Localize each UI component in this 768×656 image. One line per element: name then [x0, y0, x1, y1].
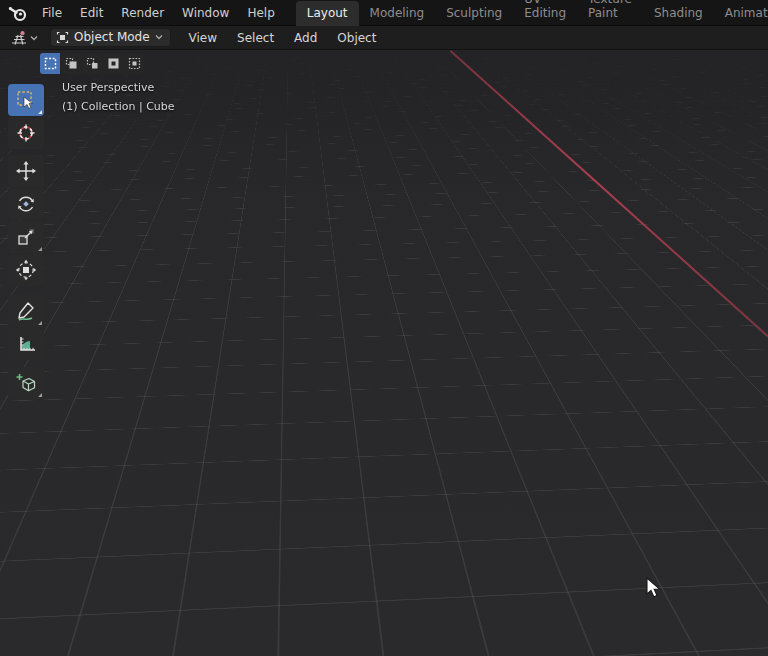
- tab-shading[interactable]: Shading: [643, 1, 714, 26]
- tab-uv-editing[interactable]: UV Editing: [513, 0, 577, 26]
- top-menu-bar: File Edit Render Window Help Layout Mode…: [0, 0, 768, 26]
- object-mode-icon: [56, 31, 69, 44]
- menu-view[interactable]: View: [179, 27, 227, 49]
- subtool-indicator: [38, 247, 42, 251]
- mode-dropdown[interactable]: Object Mode: [50, 28, 171, 47]
- viewport-header: Object Mode View Select Add Object: [0, 26, 768, 50]
- blender-window: File Edit Render Window Help Layout Mode…: [0, 0, 768, 656]
- scale-icon: [15, 226, 37, 248]
- select-mode-extend-button[interactable]: [61, 53, 81, 74]
- viewport-editor-icon: [10, 30, 28, 46]
- move-icon: [15, 160, 37, 182]
- select-mode-invert-button[interactable]: [103, 53, 123, 74]
- tab-sculpting[interactable]: Sculpting: [435, 1, 513, 26]
- view-name-label: User Perspective: [62, 78, 175, 97]
- add-cube-icon: [15, 372, 37, 394]
- mouse-cursor: [646, 577, 662, 599]
- chevron-down-icon: [155, 34, 163, 40]
- workspace-tabs: Layout Modeling Sculpting UV Editing Tex…: [296, 0, 768, 26]
- chevron-down-icon: [30, 35, 38, 41]
- menu-render[interactable]: Render: [112, 1, 173, 25]
- select-mode-subtract-button[interactable]: [82, 53, 102, 74]
- viewport-overlay-text: User Perspective (1) Collection | Cube: [62, 78, 175, 116]
- select-extend-icon: [65, 57, 78, 70]
- tool-add-cube-button[interactable]: [8, 367, 44, 399]
- subtool-indicator: [38, 110, 42, 114]
- mode-dropdown-value: Object Mode: [74, 30, 150, 44]
- select-mode-buttons: [40, 53, 144, 74]
- select-box-icon: [15, 89, 37, 111]
- menu-add[interactable]: Add: [284, 27, 327, 49]
- rotate-icon: [15, 193, 37, 215]
- tool-measure-button[interactable]: [8, 328, 44, 360]
- tool-3d-cursor-button[interactable]: [8, 117, 44, 149]
- tool-move-button[interactable]: [8, 155, 44, 187]
- menu-object[interactable]: Object: [327, 27, 386, 49]
- subtool-indicator: [38, 393, 42, 397]
- menu-file[interactable]: File: [33, 1, 71, 25]
- transform-icon: [15, 259, 37, 281]
- active-object-label: (1) Collection | Cube: [62, 97, 175, 116]
- select-intersect-icon: [128, 57, 141, 70]
- 3d-viewport[interactable]: User Perspective (1) Collection | Cube: [0, 50, 768, 656]
- subtool-indicator: [38, 321, 42, 325]
- select-mode-intersect-button[interactable]: [124, 53, 144, 74]
- annotate-icon: [15, 300, 37, 322]
- tool-select-box-button[interactable]: [8, 84, 44, 116]
- editor-type-button[interactable]: [6, 28, 42, 48]
- menu-select[interactable]: Select: [227, 27, 284, 49]
- blender-logo-icon[interactable]: [7, 3, 29, 23]
- select-invert-icon: [107, 57, 120, 70]
- tool-transform-button[interactable]: [8, 254, 44, 286]
- tool-annotate-button[interactable]: [8, 295, 44, 327]
- menu-help[interactable]: Help: [238, 1, 283, 25]
- select-mode-set-button[interactable]: [40, 53, 60, 74]
- select-subtract-icon: [86, 57, 99, 70]
- tab-modeling[interactable]: Modeling: [359, 1, 436, 26]
- tab-layout[interactable]: Layout: [296, 1, 359, 26]
- cursor-tool-icon: [15, 122, 37, 144]
- viewport-menus: View Select Add Object: [179, 27, 387, 49]
- menu-window[interactable]: Window: [173, 1, 238, 25]
- tool-rotate-button[interactable]: [8, 188, 44, 220]
- tool-scale-button[interactable]: [8, 221, 44, 253]
- select-set-icon: [44, 57, 57, 70]
- tab-animation[interactable]: Animation: [714, 1, 768, 26]
- menu-edit[interactable]: Edit: [71, 1, 112, 25]
- tab-texture-paint[interactable]: Texture Paint: [577, 0, 643, 26]
- measure-icon: [15, 333, 37, 355]
